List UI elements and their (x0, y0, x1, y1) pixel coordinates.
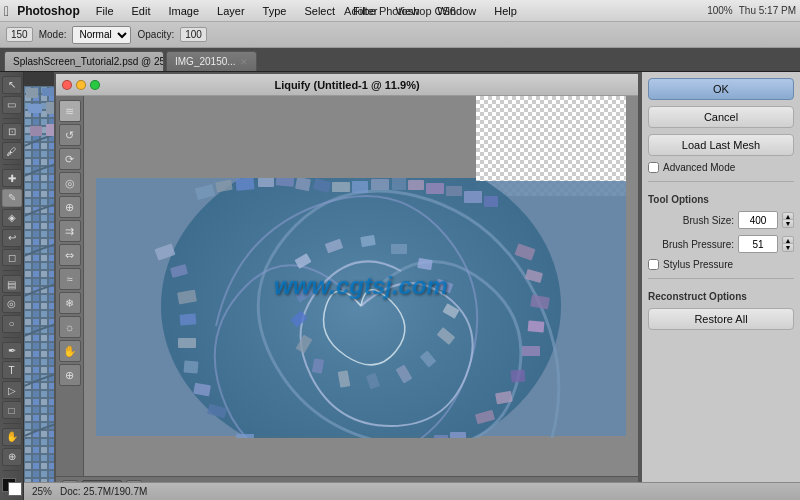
apple-logo:  (4, 3, 9, 19)
liq-tool-mirror[interactable]: ⇔ (59, 244, 81, 266)
tool-heal[interactable]: ✚ (2, 169, 22, 187)
brush-size-up[interactable]: ▲ (782, 212, 794, 220)
liq-tool-warp[interactable]: ≋ (59, 100, 81, 122)
doc-size: Doc: 25.7M/190.7M (60, 486, 147, 497)
svg-rect-108 (391, 244, 407, 254)
svg-rect-91 (495, 391, 513, 405)
restore-all-button[interactable]: Restore All (648, 308, 794, 330)
svg-rect-109 (417, 258, 433, 270)
tools-panel: ↖ ▭ ⊡ 🖋 ✚ ✎ ◈ ↩ ◻ ▤ ◎ ○ ✒ T ▷ □ ✋ ⊕ (0, 72, 24, 500)
menu-file[interactable]: File (92, 5, 118, 17)
svg-rect-34 (28, 104, 42, 113)
tool-crop[interactable]: ⊡ (2, 123, 22, 141)
tool-gradient[interactable]: ▤ (2, 275, 22, 293)
menu-layer[interactable]: Layer (213, 5, 249, 17)
tool-stamp[interactable]: ◈ (2, 209, 22, 227)
svg-rect-81 (178, 338, 196, 348)
liq-tool-push[interactable]: ⇉ (59, 220, 81, 242)
svg-rect-83 (193, 383, 211, 397)
liq-tool-hand[interactable]: ✋ (59, 340, 81, 362)
tool-brush[interactable]: ✎ (2, 189, 22, 207)
tab-close-1[interactable]: ✕ (240, 57, 248, 67)
tool-separator-3 (3, 270, 21, 271)
liq-tool-pucker[interactable]: ◎ (59, 172, 81, 194)
liq-tool-twirl[interactable]: ⟳ (59, 148, 81, 170)
tool-history[interactable]: ↩ (2, 229, 22, 247)
liq-tool-zoom[interactable]: ⊕ (59, 364, 81, 386)
stylus-pressure-label: Stylus Pressure (663, 259, 733, 270)
liq-tool-turbulence[interactable]: ≈ (59, 268, 81, 290)
ok-button[interactable]: OK (648, 78, 794, 100)
svg-rect-107 (360, 235, 376, 247)
tool-zoom[interactable]: ⊕ (2, 448, 22, 466)
opacity-display[interactable]: 100 (180, 27, 207, 42)
tab-bar: SplashScreen_Tutorial2.psd @ 25% (Layer.… (0, 48, 800, 72)
menu-edit[interactable]: Edit (128, 5, 155, 17)
liquify-tools-panel: ≋ ↺ ⟳ ◎ ⊕ ⇉ ⇔ ≈ ❄ ☼ ✋ ⊕ (56, 96, 84, 476)
stylus-pressure-checkbox[interactable] (648, 259, 659, 270)
tool-blur[interactable]: ◎ (2, 295, 22, 313)
menu-type[interactable]: Type (259, 5, 291, 17)
liq-tool-thaw[interactable]: ☼ (59, 316, 81, 338)
tool-separator-4 (3, 337, 21, 338)
menu-select[interactable]: Select (300, 5, 339, 17)
options-bar: 150 Mode: Normal Opacity: 100 (0, 22, 800, 48)
tool-path[interactable]: ▷ (2, 381, 22, 399)
tool-eraser[interactable]: ◻ (2, 249, 22, 267)
load-last-mesh-button[interactable]: Load Last Mesh (648, 134, 794, 156)
svg-rect-89 (522, 346, 540, 356)
tool-eyedropper[interactable]: 🖋 (2, 142, 22, 160)
brush-size-input[interactable]: 400 (738, 211, 778, 229)
opacity-label: Opacity: (137, 29, 174, 40)
liq-tool-bloat[interactable]: ⊕ (59, 196, 81, 218)
menu-image[interactable]: Image (164, 5, 203, 17)
svg-rect-74 (446, 186, 462, 196)
window-maximize-btn[interactable] (90, 80, 100, 90)
advanced-mode-label: Advanced Mode (663, 162, 735, 173)
svg-rect-66 (295, 177, 311, 191)
tool-hand[interactable]: ✋ (2, 428, 22, 446)
brush-size-row: Brush Size: 400 ▲ ▼ (648, 211, 794, 229)
liquify-body: ≋ ↺ ⟳ ◎ ⊕ ⇉ ⇔ ≈ ❄ ☼ ✋ ⊕ (56, 96, 638, 476)
svg-rect-75 (464, 191, 482, 203)
brush-size-down[interactable]: ▼ (782, 220, 794, 228)
liquify-canvas-area[interactable]: Liquify (Untitled-1 @ 11.9%) ≋ ↺ ⟳ ◎ ⊕ ⇉… (54, 72, 640, 500)
tool-dodge[interactable]: ○ (2, 315, 22, 333)
window-controls (62, 80, 100, 90)
tab-splashscreen[interactable]: SplashScreen_Tutorial2.psd @ 25% (Layer.… (4, 51, 164, 71)
liq-tool-freeze[interactable]: ❄ (59, 292, 81, 314)
color-swatches[interactable] (2, 478, 22, 496)
svg-rect-87 (530, 295, 550, 310)
liquify-titlebar: Liquify (Untitled-1 @ 11.9%) (56, 74, 638, 96)
brush-size-display[interactable]: 150 (6, 27, 33, 42)
foreground-color-swatch[interactable] (8, 482, 22, 496)
tool-text[interactable]: T (2, 361, 22, 379)
brush-size-label: Brush Size: (648, 215, 734, 226)
svg-rect-40 (30, 126, 42, 136)
svg-rect-71 (392, 178, 406, 190)
window-minimize-btn[interactable] (76, 80, 86, 90)
tool-select-rect[interactable]: ▭ (2, 96, 22, 114)
brush-pressure-input[interactable]: 51 (738, 235, 778, 253)
advanced-mode-checkbox[interactable] (648, 162, 659, 173)
mode-select[interactable]: Normal (72, 26, 131, 44)
tool-move[interactable]: ↖ (2, 76, 22, 94)
cancel-button[interactable]: Cancel (648, 106, 794, 128)
svg-rect-123 (476, 96, 626, 181)
svg-rect-63 (236, 177, 255, 191)
svg-rect-117 (312, 358, 324, 374)
liq-tool-reconstruct[interactable]: ↺ (59, 124, 81, 146)
mode-label: Mode: (39, 29, 67, 40)
window-close-btn[interactable] (62, 80, 72, 90)
tool-shape[interactable]: □ (2, 401, 22, 419)
tab-img[interactable]: IMG_20150... ✕ (166, 51, 257, 71)
liquify-title: Liquify (Untitled-1 @ 11.9%) (274, 79, 419, 91)
brush-pressure-down[interactable]: ▼ (782, 244, 794, 252)
stylus-pressure-row: Stylus Pressure (648, 259, 794, 270)
tool-pen[interactable]: ✒ (2, 342, 22, 360)
battery-status: 100% (707, 5, 733, 16)
liquify-viewport[interactable]: www.cgtsj.com (84, 96, 638, 476)
brush-pressure-up[interactable]: ▲ (782, 236, 794, 244)
svg-rect-21 (26, 88, 38, 98)
menu-help[interactable]: Help (490, 5, 521, 17)
